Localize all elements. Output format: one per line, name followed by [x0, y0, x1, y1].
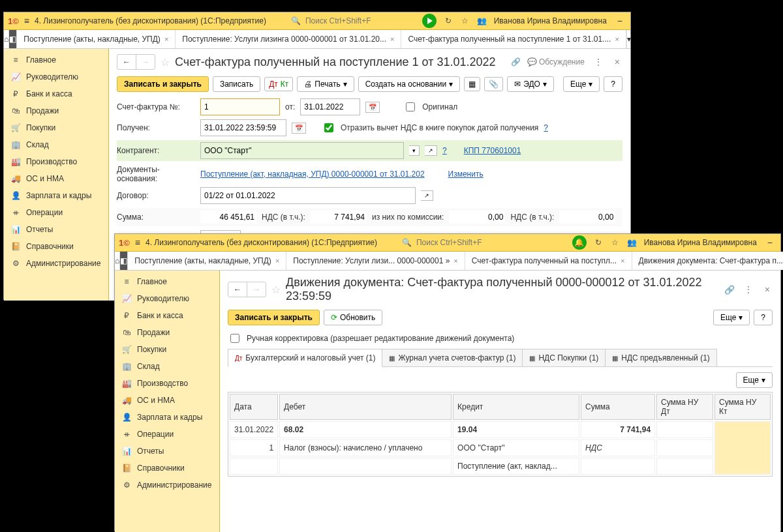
- sidebar-item-catalogs[interactable]: 📔Справочники: [4, 238, 108, 255]
- edo-btn[interactable]: ✉ ЭДО ▾: [507, 76, 554, 92]
- calendar-icon[interactable]: 📅: [365, 102, 380, 113]
- subtab-vat-buy[interactable]: ▦НДС Покупки (1): [522, 349, 606, 366]
- more-btn[interactable]: Еще ▾: [713, 310, 750, 325]
- close-doc-icon[interactable]: ×: [762, 284, 773, 295]
- more-menu-icon[interactable]: ⋮: [741, 284, 756, 295]
- sidebar-item-operations[interactable]: ᚑОперации: [4, 204, 108, 221]
- contract-input[interactable]: [200, 187, 416, 204]
- sidebar-item-sales[interactable]: 🛍Продажи: [4, 102, 108, 119]
- tab-receipts[interactable]: Поступление (акты, накладные, УПД)×: [17, 30, 176, 48]
- sidebar-item-production[interactable]: 🏭Производство: [115, 375, 219, 392]
- grid-more-btn[interactable]: Еще ▾: [736, 372, 773, 388]
- hamburger-icon[interactable]: ≡: [135, 237, 140, 248]
- close-icon[interactable]: ×: [275, 257, 279, 265]
- sidebar-item-main[interactable]: ≡Главное: [4, 52, 108, 68]
- save-close-btn[interactable]: Записать и закрыть: [117, 76, 209, 92]
- subtab-vat-presented[interactable]: ▦НДС предъявленный (1): [605, 349, 716, 366]
- sidebar-item-bank[interactable]: ₽Банк и касса: [115, 307, 219, 324]
- sidebar-item-production[interactable]: 🏭Производство: [4, 153, 108, 170]
- sidebar-item-main[interactable]: ≡Главное: [115, 273, 219, 290]
- user-name[interactable]: Иванова Ирина Владимировна: [644, 238, 757, 247]
- pin-btn[interactable]: ◧: [9, 30, 17, 48]
- history-icon[interactable]: ↻: [443, 16, 453, 26]
- discuss-btn[interactable]: 💬 Обсуждение: [527, 57, 585, 66]
- col-sum-nu-dt[interactable]: Сумма НУ Дт: [656, 394, 713, 420]
- play-icon[interactable]: [422, 14, 437, 28]
- favorite-icon[interactable]: ☆: [271, 284, 281, 296]
- back-btn[interactable]: ←: [117, 55, 136, 69]
- tab-leasing[interactable]: Поступление: Услуги лизи... 0000-000001 …: [286, 252, 465, 270]
- back-btn[interactable]: ←: [228, 282, 247, 297]
- save-close-btn[interactable]: Записать и закрыть: [228, 310, 320, 325]
- tab-receipts[interactable]: Поступление (акты, накладные, УПД)×: [128, 252, 286, 270]
- sidebar-item-assets[interactable]: 🚚ОС и НМА: [115, 392, 219, 409]
- col-sum[interactable]: Сумма: [581, 394, 655, 420]
- favorite-icon[interactable]: ☆: [161, 56, 170, 68]
- user-name[interactable]: Иванова Ирина Владимировна: [494, 16, 607, 25]
- home-btn[interactable]: ⌂: [115, 252, 120, 270]
- sidebar-item-assets[interactable]: 🚚ОС и НМА: [4, 170, 108, 187]
- sidebar-item-operations[interactable]: ᚑОперации: [115, 426, 219, 443]
- num-input[interactable]: [200, 98, 280, 115]
- pin-btn[interactable]: ◧: [120, 252, 128, 270]
- close-icon[interactable]: ×: [164, 35, 168, 43]
- help-btn[interactable]: ?: [604, 76, 622, 92]
- reflect-checkbox[interactable]: [324, 123, 333, 132]
- scan-btn[interactable]: ▦: [464, 77, 480, 91]
- sidebar-item-manager[interactable]: 📈Руководителю: [4, 68, 108, 85]
- col-credit[interactable]: Кредит: [453, 394, 579, 420]
- kpp-link[interactable]: КПП 770601001: [464, 146, 521, 155]
- sidebar-item-hr[interactable]: 👤Зарплата и кадры: [4, 187, 108, 204]
- sidebar-item-reports[interactable]: 📊Отчеты: [115, 443, 219, 460]
- col-sum-nu-kt[interactable]: Сумма НУ Кт: [714, 394, 771, 420]
- history-icon[interactable]: ↻: [593, 237, 604, 248]
- from-input[interactable]: [300, 98, 360, 115]
- bell-icon[interactable]: 🔔: [572, 235, 587, 250]
- tab-dropdown[interactable]: ▾: [626, 30, 631, 48]
- more-menu-icon[interactable]: ⋮: [591, 57, 606, 67]
- tab-movements[interactable]: Движения документа: Счет-фактура п...×: [632, 252, 783, 270]
- help-btn[interactable]: ?: [754, 310, 773, 325]
- users-icon[interactable]: 👥: [477, 16, 487, 26]
- sidebar-item-bank[interactable]: ₽Банк и касса: [4, 85, 108, 102]
- sidebar-item-manager[interactable]: 📈Руководителю: [115, 290, 219, 307]
- save-btn[interactable]: Записать: [213, 76, 260, 92]
- sidebar-item-warehouse[interactable]: 🏢Склад: [115, 358, 219, 375]
- close-icon[interactable]: ×: [453, 257, 457, 265]
- attach-btn[interactable]: 📎: [484, 77, 503, 91]
- forward-btn[interactable]: →: [247, 282, 266, 297]
- sidebar-item-reports[interactable]: 📊Отчеты: [4, 221, 108, 238]
- minimize-btn[interactable]: −: [763, 237, 776, 248]
- star-icon[interactable]: ☆: [460, 16, 470, 26]
- sidebar-item-purchases[interactable]: 🛒Покупки: [115, 341, 219, 358]
- tab-invoice[interactable]: Счет-фактура полученный на поступление 1…: [401, 30, 626, 48]
- col-debit[interactable]: Дебет: [279, 394, 452, 420]
- refresh-btn[interactable]: ⟳ Обновить: [324, 310, 382, 325]
- print-btn[interactable]: 🖨 Печать ▾: [297, 76, 354, 92]
- sidebar-item-admin[interactable]: ⚙Администрирование: [4, 255, 108, 272]
- received-input[interactable]: [200, 119, 286, 136]
- col-date[interactable]: Дата: [230, 394, 278, 420]
- subtab-journal[interactable]: ▦Журнал учета счетов-фактур (1): [382, 349, 523, 366]
- link-icon[interactable]: 🔗: [511, 57, 521, 66]
- manual-checkbox[interactable]: [230, 334, 239, 343]
- star-icon[interactable]: ☆: [610, 237, 621, 248]
- basis-link[interactable]: Поступление (акт, накладная, УПД) 0000-0…: [200, 170, 425, 179]
- help-link[interactable]: ?: [544, 123, 548, 132]
- close-icon[interactable]: ×: [390, 35, 394, 43]
- sidebar-item-hr[interactable]: 👤Зарплата и кадры: [115, 409, 219, 426]
- tab-leasing[interactable]: Поступление: Услуги лизинга 0000-000001 …: [176, 30, 401, 48]
- close-icon[interactable]: ×: [615, 35, 619, 43]
- tab-invoice[interactable]: Счет-фактура полученный на поступл...×: [465, 252, 632, 270]
- dropdown-btn[interactable]: ▾: [409, 145, 420, 156]
- sidebar-item-sales[interactable]: 🛍Продажи: [115, 324, 219, 341]
- calendar-icon[interactable]: 📅: [292, 123, 306, 134]
- open-btn[interactable]: ↗: [421, 190, 433, 201]
- counterparty-input[interactable]: [200, 142, 404, 159]
- subtab-accounting[interactable]: ДтБухгалтерский и налоговый учет (1): [228, 349, 382, 367]
- open-btn[interactable]: ↗: [425, 145, 437, 156]
- forward-btn[interactable]: →: [136, 55, 155, 69]
- link-icon[interactable]: 🔗: [724, 285, 735, 295]
- change-link[interactable]: Изменить: [448, 170, 484, 179]
- sidebar-item-purchases[interactable]: 🛒Покупки: [4, 119, 108, 136]
